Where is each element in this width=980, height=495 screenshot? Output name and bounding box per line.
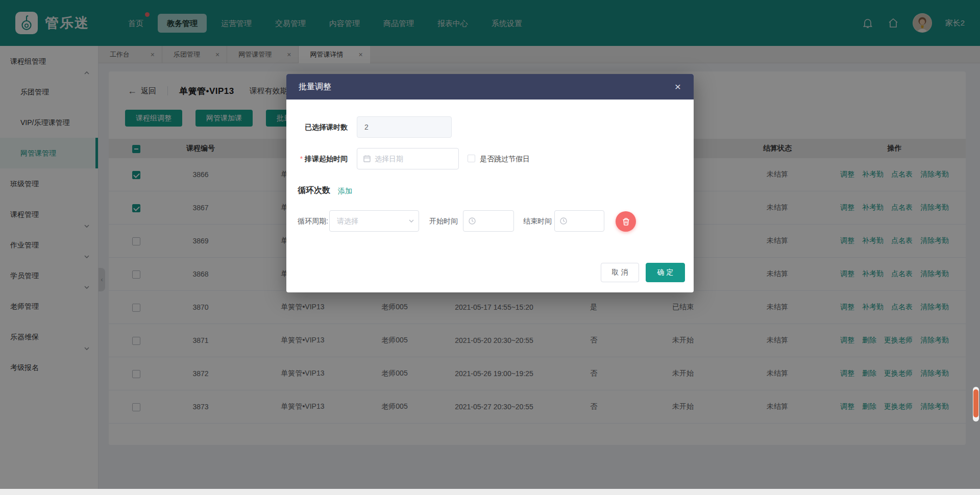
clock-icon bbox=[559, 217, 568, 225]
close-icon[interactable]: × bbox=[671, 80, 684, 93]
chevron-down-icon bbox=[408, 217, 415, 225]
selected-hours-input[interactable] bbox=[357, 116, 452, 138]
dialog-title: 批量调整 bbox=[299, 74, 331, 100]
cycle-period-label: 循环周期: bbox=[298, 210, 328, 232]
add-cycle-link[interactable]: 添加 bbox=[338, 187, 352, 196]
horizontal-scrollbar[interactable] bbox=[0, 489, 980, 495]
start-time-label: 开始时间 bbox=[429, 210, 458, 232]
skip-holiday-label: 是否跳过节假日 bbox=[480, 155, 530, 164]
trash-icon bbox=[622, 217, 630, 226]
cycle-count-title: 循环次数 bbox=[298, 185, 330, 196]
cancel-button[interactable]: 取 消 bbox=[601, 263, 639, 282]
selected-hours-label: 已选择课时数 bbox=[286, 123, 348, 132]
app-root: 管乐迷 首页 教务管理 运营管理 交易管理 内容管理 商品管理 报表中心 系统设… bbox=[0, 0, 980, 495]
end-time-label: 结束时间 bbox=[523, 210, 552, 232]
confirm-button[interactable]: 确 定 bbox=[646, 263, 685, 282]
vertical-scrollbar-thumb[interactable] bbox=[973, 389, 978, 417]
skip-holiday-checkbox[interactable] bbox=[468, 155, 475, 162]
schedule-start-label: 排课起始时间 bbox=[286, 155, 348, 164]
cycle-period-select[interactable] bbox=[329, 210, 419, 232]
schedule-date-input[interactable] bbox=[357, 148, 459, 169]
calendar-icon bbox=[363, 155, 371, 163]
dialog-header: 批量调整 × bbox=[286, 74, 694, 100]
clock-icon bbox=[468, 217, 476, 225]
batch-adjust-dialog: 批量调整 × 已选择课时数 排课起始时间 是否跳过节假日 循环次数 添加 循环周… bbox=[286, 74, 694, 292]
delete-cycle-button[interactable] bbox=[616, 211, 636, 232]
